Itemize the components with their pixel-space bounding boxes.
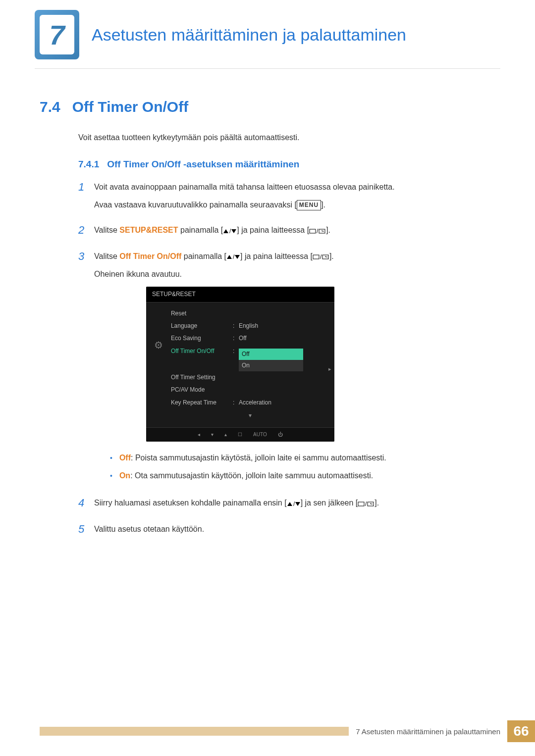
- subsection-heading: 7.4.1 Off Timer On/Off -asetuksen määrit…: [78, 159, 495, 170]
- nav-down-icon: ▾: [211, 431, 214, 439]
- steps-list: 1 Voit avata avainoppaan painamalla mitä…: [78, 181, 495, 540]
- osd-row: Reset: [171, 307, 329, 320]
- osd-row: Language:English: [171, 320, 329, 332]
- svg-text:/: /: [293, 501, 295, 507]
- section-heading: 7.4 Off Timer On/Off: [40, 99, 495, 115]
- svg-rect-3: [310, 229, 316, 233]
- step-text: Avaa vastaava kuvaruutuvalikko painamall…: [94, 199, 395, 211]
- svg-text:/: /: [229, 228, 231, 234]
- section-title: Off Timer On/Off: [72, 99, 188, 115]
- osd-option: On: [239, 360, 303, 371]
- svg-marker-0: [223, 229, 228, 233]
- subsection-number: 7.4.1: [78, 159, 99, 170]
- step-number: 3: [78, 250, 94, 489]
- up-down-triangle-icon: /: [287, 497, 301, 510]
- nav-left-icon: ◂: [198, 431, 200, 439]
- gear-icon: ⚙: [154, 337, 163, 353]
- footer-text: 7 Asetusten määrittäminen ja palauttamin…: [349, 727, 507, 736]
- step-text: Siirry haluamasi asetuksen kohdalle pain…: [94, 497, 379, 510]
- step-number: 4: [78, 497, 94, 515]
- power-icon: ⏻: [278, 431, 283, 439]
- svg-marker-14: [295, 502, 300, 506]
- step-text: Voit avata avainoppaan painamalla mitä t…: [94, 181, 395, 194]
- step-4: 4 Siirry haluamasi asetuksen kohdalle pa…: [78, 497, 495, 515]
- page-footer: 7 Asetusten määrittäminen ja palauttamin…: [40, 720, 535, 742]
- osd-footer: ◂ ▾ ▴ ☐ AUTO ⏻: [146, 427, 334, 442]
- chevron-down-icon: ▾: [171, 411, 329, 420]
- svg-text:/: /: [317, 228, 319, 234]
- up-down-triangle-icon: /: [223, 224, 237, 237]
- bullet-off: Off: Poista sammutusajastin käytöstä, jo…: [110, 452, 386, 464]
- osd-row: Off Timer Setting: [171, 371, 329, 384]
- step-number: 1: [78, 181, 94, 216]
- subsection-title: Off Timer On/Off -asetuksen määrittämine…: [107, 159, 299, 170]
- osd-option-selected: Off: [239, 349, 303, 360]
- chapter-badge: 7: [35, 10, 79, 59]
- section-number: 7.4: [40, 99, 60, 115]
- svg-text:/: /: [320, 254, 322, 260]
- source-enter-icon: /: [313, 251, 329, 263]
- up-down-triangle-icon: /: [226, 251, 240, 263]
- bullet-on: On: Ota sammutusajastin käyttöön, jolloi…: [110, 469, 386, 482]
- svg-text:/: /: [365, 501, 367, 507]
- svg-marker-12: [287, 502, 292, 506]
- osd-option-dropdown: Off On: [239, 349, 329, 371]
- step-text: Oheinen ikkuna avautuu.: [94, 268, 386, 281]
- osd-row: Eco Saving:Off: [171, 332, 329, 345]
- osd-title: SETUP&RESET: [146, 287, 334, 302]
- svg-rect-9: [313, 255, 319, 259]
- step-number: 5: [78, 523, 94, 541]
- chevron-right-icon: ▸: [328, 365, 331, 374]
- svg-marker-6: [227, 255, 232, 259]
- step-3: 3 Valitse Off Timer On/Off painamalla [/…: [78, 250, 495, 489]
- nav-enter-icon: ☐: [238, 431, 242, 439]
- source-enter-icon: /: [358, 497, 374, 510]
- osd-menu: Reset Language:English Eco Saving:Off Of…: [171, 307, 334, 420]
- nav-up-icon: ▴: [224, 431, 227, 439]
- chapter-title: Asetusten määrittäminen ja palauttaminen: [92, 25, 406, 45]
- svg-rect-15: [358, 502, 364, 506]
- nav-auto-label: AUTO: [253, 431, 267, 439]
- step-number: 2: [78, 224, 94, 242]
- step-5: 5 Valittu asetus otetaan käyttöön.: [78, 523, 495, 541]
- svg-text:/: /: [233, 254, 235, 260]
- source-enter-icon: /: [309, 224, 326, 237]
- step-text: Valittu asetus otetaan käyttöön.: [94, 523, 204, 536]
- step-text: Valitse Off Timer On/Off painamalla [/] …: [94, 250, 386, 263]
- osd-screenshot: SETUP&RESET ⚙ Reset Language:English Eco…: [146, 287, 334, 442]
- section-body: 7.4 Off Timer On/Off Voit asettaa tuotte…: [0, 69, 535, 540]
- page-number: 66: [507, 720, 535, 742]
- step-text: Valitse SETUP&RESET painamalla [/] ja pa…: [94, 224, 330, 237]
- section-intro: Voit asettaa tuotteen kytkeytymään pois …: [78, 133, 495, 142]
- menu-button-icon: MENU: [297, 200, 321, 210]
- svg-marker-2: [231, 229, 236, 233]
- svg-marker-8: [235, 255, 240, 259]
- step-1: 1 Voit avata avainoppaan painamalla mitä…: [78, 181, 495, 216]
- osd-row: Key Repeat Time:Acceleration: [171, 397, 329, 409]
- osd-row: PC/AV Mode: [171, 384, 329, 396]
- option-bullets: Off: Poista sammutusajastin käytöstä, jo…: [110, 452, 386, 482]
- footer-bar: [40, 727, 349, 736]
- chapter-number: 7: [49, 19, 64, 51]
- page-header: 7 Asetusten määrittäminen ja palauttamin…: [0, 0, 535, 59]
- step-2: 2 Valitse SETUP&RESET painamalla [/] ja …: [78, 224, 495, 242]
